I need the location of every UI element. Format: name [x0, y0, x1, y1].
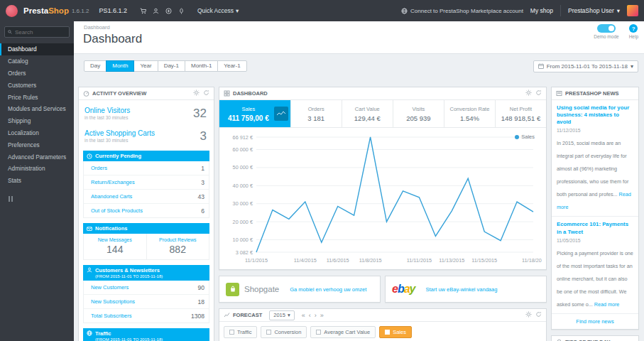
demo-mode-label: Demo mode — [594, 34, 618, 39]
date-filter-group: Day Month Year Day-1 Month-1 Year-1 — [84, 60, 247, 72]
online-visitors-metric[interactable]: Online Visitors in the last 30 minutes 3… — [79, 100, 214, 123]
chart-legend[interactable]: Sales — [515, 134, 535, 140]
search-input[interactable] — [15, 29, 66, 36]
metric-sub: in the last 30 minutes — [84, 115, 208, 120]
row-label: New Subscriptions — [91, 298, 135, 305]
shop-name[interactable]: PS1.6.1.2 — [99, 7, 127, 14]
refresh-icon[interactable] — [535, 90, 542, 97]
legend-conversion[interactable]: Conversion — [261, 326, 307, 338]
kpi-conversion-rate[interactable]: Conversion Rate1.54% — [444, 100, 496, 127]
active-carts-metric[interactable]: Active Shopping Carts in the last 30 min… — [79, 123, 214, 146]
svg-text:11/4/2015: 11/4/2015 — [294, 257, 317, 264]
product-reviews-cell[interactable]: Product Reviews882 — [146, 234, 209, 259]
news-article: Using social media for your business: 4 … — [552, 100, 638, 217]
sidebar-item-preferences[interactable]: Preferences — [0, 139, 74, 151]
gear-icon[interactable] — [525, 90, 532, 97]
avatar[interactable] — [627, 5, 638, 16]
sidebar-item-stats[interactable]: Stats — [0, 175, 74, 187]
shopgate-promo[interactable]: Shopgate Ga mobiel en verhoog uw omzet — [219, 276, 381, 303]
pending-row-out-of-stock[interactable]: Out of Stock Products6 — [84, 204, 209, 217]
top-bar: PrestaShop 1.6.1.2 PS1.6.1.2 Quick Acces… — [0, 0, 644, 21]
kpi-net-profit[interactable]: Net Profit148 918,51 € — [496, 100, 546, 127]
module-promos: Shopgate Ga mobiel en verhoog uw omzet e… — [219, 276, 547, 303]
legend-sales[interactable]: Sales — [379, 326, 412, 338]
prestashop-logo-icon[interactable] — [6, 5, 18, 17]
cart-icon[interactable] — [140, 4, 146, 17]
find-more-news-link[interactable]: Find more news — [552, 314, 638, 329]
help-icon[interactable]: ? — [629, 24, 638, 33]
section-range: (FROM 2015-11-01 TO 2015-11-18) — [95, 337, 163, 341]
year-select[interactable]: 2015▾ — [269, 310, 294, 320]
kpi-visits[interactable]: Visits205 939 — [393, 100, 444, 127]
last-page-icon[interactable]: » — [320, 312, 324, 319]
kpi-sales[interactable]: Sales 411 759,00 € — [219, 100, 291, 127]
legend-average-cart-value[interactable]: Average Cart Value — [310, 326, 376, 338]
user-menu[interactable]: PrestaShop User▾ — [568, 7, 620, 14]
customer-icon[interactable] — [153, 4, 159, 17]
marketplace-connect-link[interactable]: Connect to PrestaShop Marketplace accoun… — [401, 8, 523, 14]
currently-pending-header: Currently Pending — [83, 151, 209, 161]
sidebar-item-customers[interactable]: Customers — [0, 79, 74, 91]
filter-day-1-button[interactable]: Day-1 — [158, 60, 185, 72]
prev-page-icon[interactable]: ‹ — [309, 312, 311, 319]
demo-mode-toggle[interactable] — [597, 24, 616, 33]
sidebar-item-administration[interactable]: Administration — [0, 163, 74, 175]
sidebar-item-localization[interactable]: Localization — [0, 127, 74, 139]
new-messages-cell[interactable]: New Messages144 — [84, 234, 146, 259]
kpi-cart-value[interactable]: Cart Value129,44 € — [342, 100, 393, 127]
kpi-orders[interactable]: Orders3 181 — [291, 100, 342, 127]
forecast-nav: « ‹ › » — [302, 312, 324, 319]
checkbox — [316, 330, 321, 335]
add-icon[interactable] — [165, 4, 172, 17]
sidebar-collapse-button[interactable] — [9, 196, 74, 202]
kpi-label: Sales — [241, 106, 255, 112]
refresh-icon[interactable] — [203, 90, 209, 97]
gear-icon[interactable] — [525, 311, 532, 319]
calendar-icon — [538, 63, 544, 69]
kpi-label: Visits — [412, 106, 425, 112]
sidebar-item-catalog[interactable]: Catalog — [0, 55, 74, 67]
filter-year-button[interactable]: Year — [133, 60, 158, 72]
next-page-icon[interactable]: › — [315, 312, 317, 319]
pending-row-returns[interactable]: Return/Exchanges3 — [84, 175, 209, 190]
sidebar-item-shipping[interactable]: Shipping — [0, 115, 74, 127]
article-headline-link[interactable]: Using social media for your business: 4 … — [557, 104, 633, 126]
filter-month-button[interactable]: Month — [106, 60, 134, 72]
sidebar-item-price-rules[interactable]: Price Rules — [0, 91, 74, 103]
panel-tools — [193, 90, 209, 97]
row-value: 18 — [198, 298, 204, 305]
sidebar-search[interactable] — [4, 26, 70, 38]
brand-wordmark[interactable]: PrestaShop — [23, 6, 69, 15]
shopgate-link[interactable]: Ga mobiel en verhoog uw omzet — [290, 286, 366, 293]
sidebar-item-dashboard[interactable]: Dashboard — [0, 43, 74, 55]
legend-label: Conversion — [274, 329, 301, 335]
filter-year-1-button[interactable]: Year-1 — [217, 60, 246, 72]
kpi-trend-box[interactable] — [274, 107, 288, 121]
breadcrumb[interactable]: Dashboard — [84, 24, 110, 31]
total-subscribers-row[interactable]: Total Subscribers1308 — [84, 309, 209, 323]
quick-access-menu[interactable]: Quick Access▾ — [197, 7, 239, 14]
my-shop-link[interactable]: My shop — [530, 7, 553, 14]
date-range-picker[interactable]: From 2015-11-01 To 2015-11-18 ▾ — [533, 60, 638, 72]
row-label: Orders — [91, 165, 107, 171]
checkbox — [229, 330, 234, 335]
sidebar-item-advanced-parameters[interactable]: Advanced Parameters — [0, 151, 74, 163]
filter-month-1-button[interactable]: Month-1 — [185, 60, 218, 72]
gear-icon[interactable] — [193, 90, 200, 97]
read-more-link[interactable]: Read more — [594, 301, 620, 308]
pending-row-orders[interactable]: Orders1 — [84, 161, 209, 175]
first-page-icon[interactable]: « — [302, 312, 305, 319]
pending-row-abandoned-carts[interactable]: Abandoned Carts43 — [84, 190, 209, 204]
sidebar-item-modules[interactable]: Modules and Services — [0, 103, 74, 115]
sidebar-item-orders[interactable]: Orders — [0, 67, 74, 80]
refresh-icon[interactable] — [535, 311, 542, 319]
ebay-promo[interactable]: ebay Start uw eBay-winkel vandaag — [385, 276, 547, 303]
svg-text:11/6/2015: 11/6/2015 — [327, 257, 349, 264]
new-subscriptions-row[interactable]: New Subscriptions18 — [84, 295, 209, 309]
rocket-icon[interactable] — [178, 4, 185, 17]
article-headline-link[interactable]: Ecommerce 101: Payments in a Tweet — [557, 221, 633, 235]
legend-traffic[interactable]: Traffic — [224, 326, 257, 338]
ebay-link[interactable]: Start uw eBay-winkel vandaag — [426, 286, 498, 293]
filter-day-button[interactable]: Day — [84, 60, 107, 72]
new-customers-row[interactable]: New Customers90 — [84, 281, 209, 295]
